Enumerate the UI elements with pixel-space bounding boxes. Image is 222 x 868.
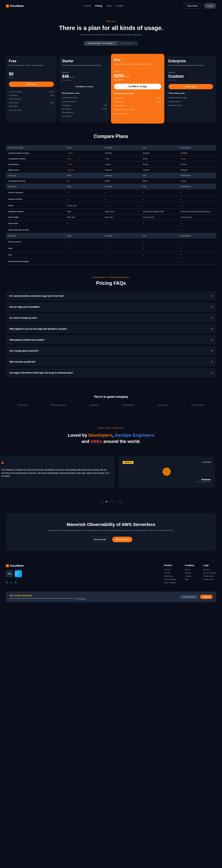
compare-cell: Full Text Log Search xyxy=(6,189,65,196)
plan-cta[interactable]: Try FREE for 14 days xyxy=(114,84,161,89)
footer-col: CompanyAboutContactCareersBlog xyxy=(185,564,194,585)
faq-item[interactable]: Do I need to change my code?+ xyxy=(6,313,216,322)
view-demo-button[interactable]: View Demo xyxy=(183,3,201,9)
compare-title: Compare Plans xyxy=(6,134,216,139)
compare-row: Log Ingestion (monthly)NA$5/GB$5/GBCusto… xyxy=(6,178,216,184)
compare-header: WHAT'S INCLUDED xyxy=(6,145,65,150)
person-role: Senior SRE, Unac xyxy=(122,481,211,483)
compare-cell: • xyxy=(178,245,216,252)
footer-columns: ProductFeaturesPricingQuick StartDocumen… xyxy=(164,564,216,585)
compare-cell: SAML Single Sign-On (SSO) xyxy=(6,227,65,233)
toggle-monthly[interactable]: PAY MONTHLY xyxy=(117,41,138,46)
faq-item[interactable]: What happens if I go over the usage limi… xyxy=(6,324,216,334)
company-logo: ⊕ andela xyxy=(18,404,28,406)
footer-link[interactable]: Documentation xyxy=(164,579,176,580)
nav-contact[interactable]: Contact xyxy=(116,5,123,7)
plan-price: Custom xyxy=(169,74,213,79)
compare-cell: Dedicated Account Manager xyxy=(6,258,65,265)
compare-cell: 5 alarm rules xyxy=(65,202,103,209)
footer-link[interactable]: Features xyxy=(164,569,176,570)
person-name: Prashan xyxy=(122,478,211,481)
cookie-learn-more[interactable]: Learn more xyxy=(78,597,86,599)
faq-item[interactable]: How do I Sign-up for KloudMate?+ xyxy=(6,302,216,311)
start-trial-button[interactable]: Start free trial xyxy=(90,537,110,542)
loved-by: WHAT OUR USERS SAY Loved by Developers, … xyxy=(0,421,222,450)
maverick-cta: Maverick Observability of AWS Serverless… xyxy=(6,513,216,551)
footer-link[interactable]: Quick Start xyxy=(164,575,176,577)
compare-header: PRO xyxy=(140,145,178,150)
plan-cta[interactable]: Try FREE for 14 days xyxy=(62,84,107,89)
dot-3[interactable] xyxy=(112,501,113,502)
brand-logo[interactable]: KloudMate xyxy=(6,4,24,7)
billing-toggle: 20% DISCOUNT - PAY YEARLY PAY MONTHLY xyxy=(6,41,216,46)
compare-cell: • xyxy=(140,189,178,196)
compare-cell: - xyxy=(140,258,178,265)
company-logo: Newsstand xyxy=(122,404,135,406)
compare-cell: Smart Insights xyxy=(6,215,65,220)
footer-logo[interactable]: KloudMate xyxy=(6,564,158,567)
compare-cell: 1 million xyxy=(65,150,103,156)
twitter-icon[interactable]: 𝕪 xyxy=(10,581,12,584)
compare-header: PRO xyxy=(140,184,178,189)
faq-item[interactable]: Can I change plans at any time?+ xyxy=(6,346,216,355)
cookie-prefs-button[interactable]: Cookie preferences xyxy=(180,595,198,599)
footer-link[interactable]: Cookie policy xyxy=(203,579,216,580)
compare-cell: Notification Channels xyxy=(6,209,65,215)
prev-button[interactable]: ‹ xyxy=(100,499,104,504)
github-icon[interactable]: ⊙ xyxy=(14,581,17,584)
dot-4[interactable] xyxy=(115,501,116,502)
footer-link[interactable]: Blog xyxy=(185,579,194,580)
cookie-accept-button[interactable]: Accept all xyxy=(200,595,213,599)
cookie-title: Your Cookie Preferences xyxy=(9,594,176,596)
footer-link[interactable]: Contact xyxy=(185,572,194,574)
dot-2[interactable] xyxy=(109,501,110,502)
plan-feature: Basic alarms• xyxy=(9,104,54,108)
compare-row: Smart InsightsBasic rulesBasic rulesAdva… xyxy=(6,215,216,220)
compare-cell: Advanced rules xyxy=(140,215,178,220)
compare-cell: $5/GB xyxy=(103,178,141,184)
compare-cell: • xyxy=(178,258,216,265)
footer-link[interactable]: Careers xyxy=(185,575,194,577)
expand-icon: + xyxy=(211,316,213,319)
footer-link[interactable]: Privacy policy xyxy=(203,575,216,577)
login-button[interactable]: Login xyxy=(204,3,216,9)
footer-link[interactable]: About xyxy=(185,569,194,570)
faq-question: Do I need to provide a credit card to si… xyxy=(9,295,64,297)
compare-cell: Unlimited xyxy=(178,150,216,156)
compare-header: STARTER xyxy=(103,184,141,189)
footer-link[interactable]: Security xyxy=(203,569,216,570)
compare-cell: Unlimited xyxy=(140,150,178,156)
compare-cell: NA xyxy=(65,178,103,184)
faq-item[interactable]: What payment methods are accepted?+ xyxy=(6,335,216,344)
compare-table: FEATURESFREESTARTERPROENTERPRISE Full Te… xyxy=(6,184,216,233)
compare-cell: Slack, Email, Webhook, SNS xyxy=(140,209,178,215)
plan-features: Dedicated account manager•Integration su… xyxy=(169,96,213,107)
nav-product[interactable]: Product xyxy=(84,5,91,7)
expand-icon: + xyxy=(211,327,213,331)
faq-item[interactable]: Do I need to provide a credit card to si… xyxy=(6,291,216,301)
book-demo-button[interactable]: Book a demo xyxy=(112,537,132,542)
compare-header: STARTER xyxy=(103,173,141,178)
next-button[interactable]: › xyxy=(118,499,122,504)
footer-link[interactable]: Video Tutorials xyxy=(164,582,176,584)
dot-1[interactable] xyxy=(106,501,107,502)
plan-start: Starting at xyxy=(114,71,161,72)
plan-cta[interactable]: Get started xyxy=(9,82,54,87)
compare-cell: Issue Tracker xyxy=(6,220,65,227)
footer-link[interactable]: Pricing xyxy=(164,572,176,574)
toggle-yearly[interactable]: 20% DISCOUNT - PAY YEARLY xyxy=(84,41,117,46)
nav-pricing[interactable]: Pricing xyxy=(95,5,102,7)
footer-link[interactable]: Terms of service xyxy=(203,572,216,574)
compare-row: Slack Community•••• xyxy=(6,239,216,245)
faq-eyebrow: FREQUENTLY ASKED QUESTIONS xyxy=(6,277,216,278)
cert-badges: AWS AICPA SOC xyxy=(6,570,158,577)
footer: KloudMate AWS AICPA SOC in 𝕪 ⊙ ProductFe… xyxy=(0,557,222,589)
plan-feature: Full text log search• xyxy=(9,97,54,101)
faq-item[interactable]: Our usage of Serverless is fairly high. … xyxy=(6,368,216,377)
plan-cta[interactable]: Contact sales xyxy=(169,84,213,89)
linkedin-icon[interactable]: in xyxy=(6,581,8,584)
compare-row: Chat--•• xyxy=(6,252,216,258)
nav-about[interactable]: About xyxy=(106,5,112,7)
faq-item[interactable]: Will it increase my AWS bill?+ xyxy=(6,357,216,366)
plan-sub: Billed annually xyxy=(62,79,107,81)
